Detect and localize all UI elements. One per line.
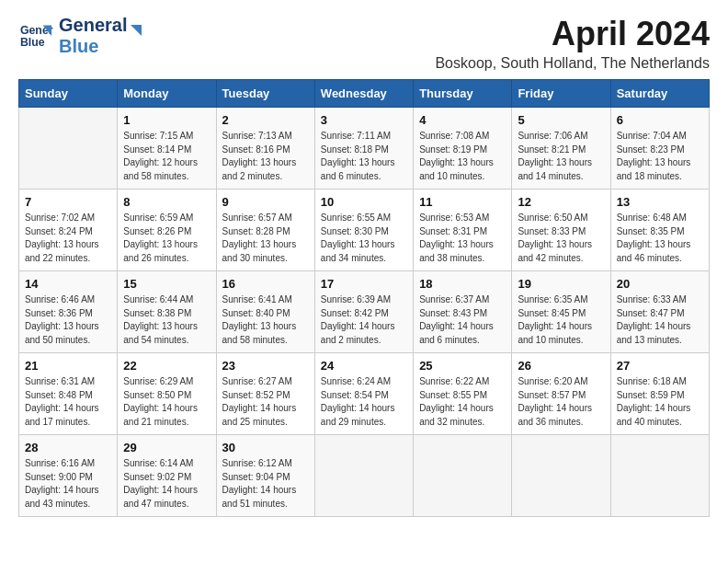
calendar-cell: 4Sunrise: 7:08 AMSunset: 8:19 PMDaylight…: [414, 108, 512, 190]
calendar-cell: 10Sunrise: 6:55 AMSunset: 8:30 PMDayligh…: [314, 190, 413, 271]
day-number: 1: [123, 113, 210, 127]
day-number: 23: [222, 359, 309, 373]
weekday-header: Friday: [512, 80, 610, 108]
day-number: 27: [617, 359, 703, 373]
calendar-cell: 28Sunrise: 6:16 AMSunset: 9:00 PMDayligh…: [19, 435, 118, 517]
calendar-cell: 11Sunrise: 6:53 AMSunset: 8:31 PMDayligh…: [414, 190, 512, 271]
calendar-cell: 18Sunrise: 6:37 AMSunset: 8:43 PMDayligh…: [414, 271, 512, 353]
calendar-cell: [610, 435, 709, 517]
day-info: Sunrise: 6:29 AMSunset: 8:50 PMDaylight:…: [123, 375, 210, 429]
svg-text:Blue: Blue: [20, 36, 45, 49]
day-number: 11: [419, 195, 506, 209]
day-info: Sunrise: 6:16 AMSunset: 9:00 PMDaylight:…: [25, 457, 111, 511]
day-number: 14: [25, 277, 111, 291]
day-info: Sunrise: 6:41 AMSunset: 8:40 PMDaylight:…: [222, 293, 309, 347]
month-title: April 2024: [435, 15, 710, 53]
logo: General Blue General Blue: [18, 15, 143, 57]
day-number: 17: [321, 277, 407, 291]
day-number: 2: [222, 113, 309, 127]
day-number: 5: [518, 113, 604, 127]
logo-line2: Blue: [59, 36, 127, 57]
day-number: 16: [222, 277, 309, 291]
calendar-cell: 7Sunrise: 7:02 AMSunset: 8:24 PMDaylight…: [19, 190, 118, 271]
day-info: Sunrise: 6:39 AMSunset: 8:42 PMDaylight:…: [321, 293, 407, 347]
calendar-cell: 13Sunrise: 6:48 AMSunset: 8:35 PMDayligh…: [610, 190, 709, 271]
calendar-cell: 6Sunrise: 7:04 AMSunset: 8:23 PMDaylight…: [610, 108, 709, 190]
calendar-cell: 5Sunrise: 7:06 AMSunset: 8:21 PMDaylight…: [512, 108, 610, 190]
day-number: 20: [617, 277, 703, 291]
calendar-cell: 8Sunrise: 6:59 AMSunset: 8:26 PMDaylight…: [118, 190, 216, 271]
day-info: Sunrise: 6:31 AMSunset: 8:48 PMDaylight:…: [25, 375, 111, 429]
calendar-cell: 29Sunrise: 6:14 AMSunset: 9:02 PMDayligh…: [118, 435, 216, 517]
day-info: Sunrise: 6:44 AMSunset: 8:38 PMDaylight:…: [123, 293, 210, 347]
page-header: General Blue General Blue April 2024 Bos…: [18, 15, 710, 72]
location-title: Boskoop, South Holland, The Netherlands: [435, 55, 710, 72]
calendar-cell: 16Sunrise: 6:41 AMSunset: 8:40 PMDayligh…: [216, 271, 314, 353]
day-info: Sunrise: 6:24 AMSunset: 8:54 PMDaylight:…: [321, 375, 407, 429]
day-info: Sunrise: 6:53 AMSunset: 8:31 PMDaylight:…: [419, 212, 506, 265]
calendar-cell: 15Sunrise: 6:44 AMSunset: 8:38 PMDayligh…: [118, 271, 216, 353]
day-info: Sunrise: 6:46 AMSunset: 8:36 PMDaylight:…: [25, 293, 111, 347]
day-info: Sunrise: 6:14 AMSunset: 9:02 PMDaylight:…: [123, 457, 210, 511]
day-info: Sunrise: 6:55 AMSunset: 8:30 PMDaylight:…: [321, 212, 407, 265]
title-block: April 2024 Boskoop, South Holland, The N…: [435, 15, 710, 72]
calendar-cell: 19Sunrise: 6:35 AMSunset: 8:45 PMDayligh…: [512, 271, 610, 353]
weekday-header: Monday: [118, 80, 216, 108]
day-info: Sunrise: 6:22 AMSunset: 8:55 PMDaylight:…: [419, 375, 506, 429]
calendar-table: SundayMondayTuesdayWednesdayThursdayFrid…: [18, 79, 710, 517]
day-number: 3: [321, 113, 407, 127]
day-info: Sunrise: 6:48 AMSunset: 8:35 PMDaylight:…: [617, 212, 703, 265]
calendar-cell: [414, 435, 512, 517]
calendar-cell: 25Sunrise: 6:22 AMSunset: 8:55 PMDayligh…: [414, 353, 512, 435]
calendar-cell: 2Sunrise: 7:13 AMSunset: 8:16 PMDaylight…: [216, 108, 314, 190]
day-info: Sunrise: 7:11 AMSunset: 8:18 PMDaylight:…: [321, 130, 407, 183]
day-number: 4: [419, 113, 506, 127]
day-info: Sunrise: 6:59 AMSunset: 8:26 PMDaylight:…: [123, 212, 210, 265]
svg-marker-4: [131, 25, 142, 36]
day-info: Sunrise: 7:13 AMSunset: 8:16 PMDaylight:…: [222, 130, 309, 183]
weekday-header: Saturday: [610, 80, 709, 108]
day-info: Sunrise: 7:04 AMSunset: 8:23 PMDaylight:…: [617, 130, 703, 183]
day-info: Sunrise: 6:50 AMSunset: 8:33 PMDaylight:…: [518, 212, 604, 265]
day-number: 30: [222, 441, 309, 454]
day-number: 22: [123, 359, 210, 373]
day-number: 6: [617, 113, 703, 127]
day-info: Sunrise: 6:35 AMSunset: 8:45 PMDaylight:…: [518, 293, 604, 347]
day-info: Sunrise: 7:15 AMSunset: 8:14 PMDaylight:…: [123, 130, 210, 183]
day-number: 25: [419, 359, 506, 373]
day-info: Sunrise: 6:12 AMSunset: 9:04 PMDaylight:…: [222, 457, 309, 511]
calendar-cell: 24Sunrise: 6:24 AMSunset: 8:54 PMDayligh…: [314, 353, 413, 435]
logo-line1: General: [59, 15, 127, 36]
day-number: 18: [419, 277, 506, 291]
calendar-cell: 12Sunrise: 6:50 AMSunset: 8:33 PMDayligh…: [512, 190, 610, 271]
calendar-cell: 14Sunrise: 6:46 AMSunset: 8:36 PMDayligh…: [19, 271, 118, 353]
day-number: 8: [123, 195, 210, 209]
calendar-cell: 26Sunrise: 6:20 AMSunset: 8:57 PMDayligh…: [512, 353, 610, 435]
calendar-cell: 3Sunrise: 7:11 AMSunset: 8:18 PMDaylight…: [314, 108, 413, 190]
calendar-cell: [314, 435, 413, 517]
day-number: 9: [222, 195, 309, 209]
day-number: 26: [518, 359, 604, 373]
day-number: 19: [518, 277, 604, 291]
day-info: Sunrise: 6:27 AMSunset: 8:52 PMDaylight:…: [222, 375, 309, 429]
calendar-cell: 30Sunrise: 6:12 AMSunset: 9:04 PMDayligh…: [216, 435, 314, 517]
weekday-header: Sunday: [19, 80, 118, 108]
weekday-header: Thursday: [414, 80, 512, 108]
calendar-cell: 9Sunrise: 6:57 AMSunset: 8:28 PMDaylight…: [216, 190, 314, 271]
weekday-header: Tuesday: [216, 80, 314, 108]
logo-arrow-icon: [123, 21, 143, 41]
calendar-cell: [512, 435, 610, 517]
day-info: Sunrise: 6:33 AMSunset: 8:47 PMDaylight:…: [617, 293, 703, 347]
calendar-cell: 27Sunrise: 6:18 AMSunset: 8:59 PMDayligh…: [610, 353, 709, 435]
logo-icon: General Blue: [18, 18, 53, 53]
day-info: Sunrise: 7:02 AMSunset: 8:24 PMDaylight:…: [25, 212, 111, 265]
weekday-header: Wednesday: [314, 80, 413, 108]
day-info: Sunrise: 6:37 AMSunset: 8:43 PMDaylight:…: [419, 293, 506, 347]
calendar-cell: [19, 108, 118, 190]
day-number: 28: [25, 441, 111, 454]
calendar-cell: 22Sunrise: 6:29 AMSunset: 8:50 PMDayligh…: [118, 353, 216, 435]
calendar-cell: 20Sunrise: 6:33 AMSunset: 8:47 PMDayligh…: [610, 271, 709, 353]
day-number: 24: [321, 359, 407, 373]
day-number: 7: [25, 195, 111, 209]
calendar-cell: 17Sunrise: 6:39 AMSunset: 8:42 PMDayligh…: [314, 271, 413, 353]
